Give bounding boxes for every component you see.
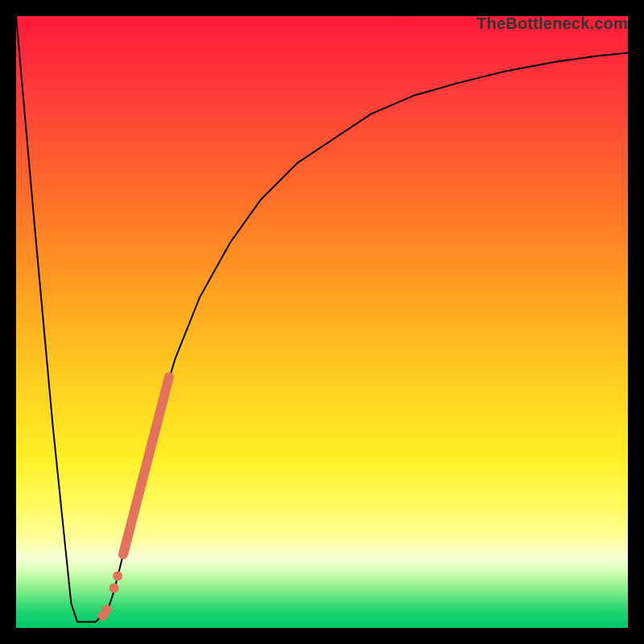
data-points <box>98 571 122 620</box>
chart-root: TheBottleneck.com <box>0 0 644 644</box>
data-point <box>113 571 122 580</box>
data-point <box>101 605 111 614</box>
curve-layer <box>16 16 628 628</box>
highlight-segment <box>123 377 169 554</box>
bottleneck-curve <box>16 16 628 621</box>
data-point <box>109 584 119 593</box>
plot-area: TheBottleneck.com <box>16 16 628 628</box>
